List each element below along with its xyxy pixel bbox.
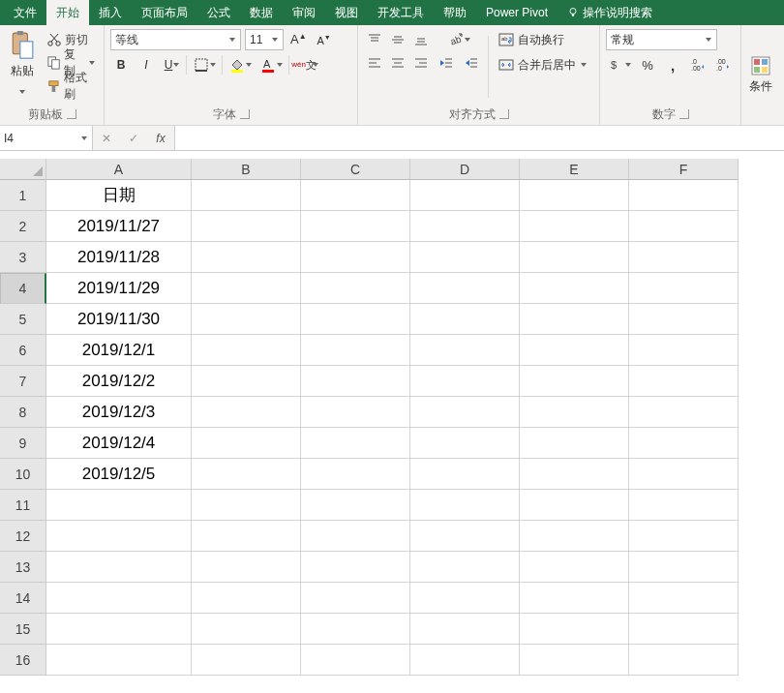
cancel-formula-button[interactable]: ✕ <box>93 126 120 150</box>
cell-A16[interactable] <box>46 645 192 676</box>
cell-E5[interactable] <box>520 304 629 335</box>
cell-B3[interactable] <box>192 242 301 273</box>
cell-D13[interactable] <box>410 552 520 583</box>
row-header-2[interactable]: 2 <box>0 211 46 242</box>
cell-E11[interactable] <box>520 490 629 521</box>
cell-C16[interactable] <box>301 645 410 676</box>
row-header-11[interactable]: 11 <box>0 490 46 521</box>
tab-view[interactable]: 视图 <box>325 0 368 25</box>
cell-E4[interactable] <box>520 273 629 304</box>
cell-D4[interactable] <box>410 273 520 304</box>
italic-button[interactable]: I <box>136 54 157 75</box>
cell-E3[interactable] <box>520 242 629 273</box>
cell-E15[interactable] <box>520 614 629 645</box>
cell-E9[interactable] <box>520 428 629 459</box>
align-dialog-launcher[interactable] <box>499 109 509 119</box>
cell-B14[interactable] <box>192 583 301 614</box>
cell-A4[interactable]: 2019/11/29 <box>46 273 192 304</box>
cell-F4[interactable] <box>629 273 739 304</box>
cell-A5[interactable]: 2019/11/30 <box>46 304 192 335</box>
cell-D5[interactable] <box>410 304 520 335</box>
paste-dropdown[interactable] <box>18 81 26 103</box>
cell-F6[interactable] <box>629 335 739 366</box>
cell-C8[interactable] <box>301 397 410 428</box>
cell-B13[interactable] <box>192 552 301 583</box>
align-middle-button[interactable] <box>387 29 408 50</box>
column-header-E[interactable]: E <box>520 159 629 180</box>
cell-B5[interactable] <box>192 304 301 335</box>
cell-D10[interactable] <box>410 459 520 490</box>
cell-C7[interactable] <box>301 366 410 397</box>
tab-developer[interactable]: 开发工具 <box>368 0 434 25</box>
cell-A2[interactable]: 2019/11/27 <box>46 211 192 242</box>
align-left-button[interactable] <box>364 52 385 74</box>
cell-C1[interactable] <box>301 180 410 211</box>
cell-F13[interactable] <box>629 552 739 583</box>
cell-F16[interactable] <box>629 645 739 676</box>
cell-F5[interactable] <box>629 304 739 335</box>
row-header-4[interactable]: 4 <box>0 273 46 304</box>
cell-B7[interactable] <box>192 366 301 397</box>
cell-D7[interactable] <box>410 366 520 397</box>
align-top-button[interactable] <box>364 29 385 50</box>
align-right-button[interactable] <box>410 52 432 74</box>
cell-A3[interactable]: 2019/11/28 <box>46 242 192 273</box>
cell-F7[interactable] <box>629 366 739 397</box>
row-header-15[interactable]: 15 <box>0 614 46 645</box>
row-header-16[interactable]: 16 <box>0 645 46 676</box>
font-size-select[interactable]: 11 <box>245 29 284 50</box>
cell-F9[interactable] <box>629 428 739 459</box>
cell-D9[interactable] <box>410 428 520 459</box>
tab-help[interactable]: 帮助 <box>434 0 476 25</box>
cell-D8[interactable] <box>410 397 520 428</box>
row-header-1[interactable]: 1 <box>0 180 46 211</box>
fill-color-dropdown[interactable] <box>245 54 253 75</box>
tab-page-layout[interactable]: 页面布局 <box>132 0 197 25</box>
column-header-C[interactable]: C <box>301 159 410 180</box>
comma-button[interactable]: , <box>662 54 683 75</box>
number-format-select[interactable]: 常规 <box>606 29 717 50</box>
fill-color-button[interactable] <box>226 54 254 75</box>
cell-C2[interactable] <box>301 211 410 242</box>
cell-D16[interactable] <box>410 645 520 676</box>
increase-decimal-button[interactable]: .0.00 <box>687 54 709 75</box>
cell-C14[interactable] <box>301 583 410 614</box>
cell-A11[interactable] <box>46 490 192 521</box>
cell-A13[interactable] <box>46 552 192 583</box>
cell-C10[interactable] <box>301 459 410 490</box>
column-header-A[interactable]: A <box>46 159 192 180</box>
tab-powerpivot[interactable]: Power Pivot <box>476 0 558 25</box>
bold-button[interactable]: B <box>110 54 132 75</box>
cell-F2[interactable] <box>629 211 739 242</box>
cell-F11[interactable] <box>629 490 739 521</box>
cell-E7[interactable] <box>520 366 629 397</box>
cell-A7[interactable]: 2019/12/2 <box>46 366 192 397</box>
cell-A14[interactable] <box>46 583 192 614</box>
column-header-F[interactable]: F <box>629 159 739 180</box>
decrease-font-button[interactable]: A▼ <box>314 29 335 50</box>
cell-E2[interactable] <box>520 211 629 242</box>
cell-B6[interactable] <box>192 335 301 366</box>
cell-C6[interactable] <box>301 335 410 366</box>
row-header-13[interactable]: 13 <box>0 552 46 583</box>
cell-F14[interactable] <box>629 583 739 614</box>
tab-review[interactable]: 审阅 <box>283 0 325 25</box>
tab-home[interactable]: 开始 <box>46 0 89 25</box>
currency-dropdown[interactable] <box>624 54 632 75</box>
cell-D1[interactable] <box>410 180 520 211</box>
cell-C9[interactable] <box>301 428 410 459</box>
cell-B8[interactable] <box>192 397 301 428</box>
increase-indent-button[interactable] <box>461 52 482 74</box>
cell-F15[interactable] <box>629 614 739 645</box>
cell-E12[interactable] <box>520 521 629 552</box>
cell-D14[interactable] <box>410 583 520 614</box>
cell-B2[interactable] <box>192 211 301 242</box>
font-name-select[interactable]: 等线 <box>110 29 241 50</box>
increase-font-button[interactable]: A▲ <box>287 29 310 50</box>
cell-C13[interactable] <box>301 552 410 583</box>
clipboard-dialog-launcher[interactable] <box>67 109 76 119</box>
conditional-format-button[interactable]: 条件 <box>747 29 774 121</box>
cell-B1[interactable] <box>192 180 301 211</box>
row-header-7[interactable]: 7 <box>0 366 46 397</box>
tab-tell-me[interactable]: 操作说明搜索 <box>558 0 662 25</box>
